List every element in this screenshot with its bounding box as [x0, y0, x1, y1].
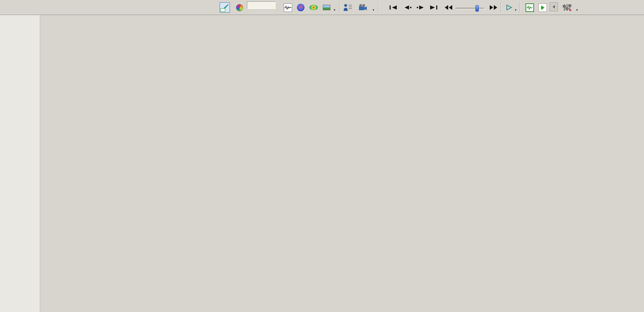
- fast-forward-icon: [489, 5, 498, 10]
- speed-slider-track[interactable]: [456, 8, 484, 9]
- skip-to-end-icon: [429, 5, 438, 10]
- go-to-end-button[interactable]: [428, 2, 439, 13]
- datetime-display: [247, 1, 276, 9]
- pen-3d-icon: [220, 3, 229, 12]
- video-camera-icon: [358, 4, 367, 11]
- image-view-button[interactable]: [321, 2, 332, 13]
- brain-topography-button[interactable]: [296, 2, 306, 13]
- step-forward-button[interactable]: [415, 2, 426, 13]
- toolbar-separator: [339, 2, 340, 12]
- step-back-button[interactable]: [402, 2, 413, 13]
- speed-slider-handle[interactable]: [475, 5, 479, 12]
- brain-map-icon: [297, 4, 304, 11]
- montage-pen-3d-button[interactable]: [220, 2, 230, 13]
- settings-dropdown-arrow-icon[interactable]: ▾: [576, 8, 578, 12]
- step-back-icon: [404, 5, 412, 10]
- color-map-settings-button[interactable]: [234, 2, 245, 13]
- toolbar-separator: [378, 2, 379, 12]
- eeg-viewer-window: ▾ ▾: [0, 0, 644, 312]
- time-display: [247, 1, 276, 9]
- patient-info-icon: [343, 3, 352, 12]
- video-button[interactable]: [358, 2, 368, 13]
- fast-rewind-icon: [444, 5, 453, 10]
- patient-info-button[interactable]: [343, 2, 353, 13]
- toolbar-separator: [520, 2, 520, 12]
- fast-forward-button[interactable]: [488, 2, 499, 13]
- mixer-settings-icon: [563, 3, 571, 12]
- play-dropdown-arrow-icon[interactable]: ▾: [515, 8, 517, 12]
- collapse-panel-button[interactable]: [550, 2, 558, 11]
- toolbar-separator: [501, 2, 501, 12]
- video-dropdown-arrow-icon[interactable]: ▾: [373, 8, 374, 12]
- channel-label-panel: [0, 15, 40, 312]
- image-icon: [323, 5, 330, 10]
- green-play-icon: [538, 3, 547, 12]
- play-outline-icon: [506, 4, 513, 11]
- trace-view-icon: [284, 3, 292, 12]
- spectral-map-button[interactable]: [309, 2, 319, 13]
- go-to-start-button[interactable]: [388, 2, 399, 13]
- start-analysis-button[interactable]: [537, 2, 548, 13]
- eeg-main-area: [0, 15, 644, 312]
- trace-view-button[interactable]: [283, 2, 293, 13]
- rewind-button[interactable]: [443, 2, 454, 13]
- view-dropdown-arrow-icon[interactable]: ▾: [334, 8, 335, 12]
- spectral-map-icon: [310, 5, 318, 10]
- toolbar: ▾ ▾: [0, 0, 644, 15]
- chevron-left-icon: [552, 5, 555, 9]
- step-forward-icon: [417, 5, 425, 10]
- green-trace-icon: [525, 3, 534, 12]
- skip-to-start-icon: [389, 5, 397, 10]
- color-wheel-icon: [236, 4, 243, 11]
- eeg-trace-canvas[interactable]: [40, 15, 644, 312]
- analysis-trace-button[interactable]: [524, 2, 535, 13]
- montage-settings-button[interactable]: [562, 2, 572, 13]
- play-button[interactable]: [504, 2, 514, 13]
